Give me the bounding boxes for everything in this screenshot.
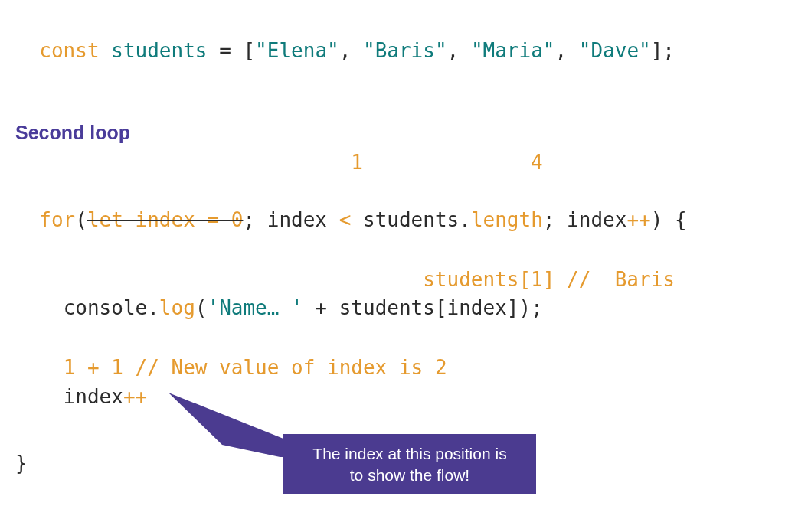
comma: , [339,39,363,62]
keyword-const: const [39,39,99,62]
value-index-1: 1 [351,151,363,174]
comma: , [447,39,471,62]
code-line-console-log: console.log('Name… ' + students[index]); [15,294,793,323]
code-line-for: for(let index = 0; index < students.leng… [15,177,793,234]
code-line-const-students: const students = ["Elena", "Baris", "Mar… [15,8,793,65]
annotation-text: 1 + 1 // New value of index is 2 [64,356,447,379]
indent [15,385,64,408]
annotation-text: students[1] // Baris [423,268,675,291]
operator-plusplus: ++ [626,208,650,231]
method-log: log [159,296,195,319]
section-heading-second-loop: Second loop [15,119,793,146]
console-dot: console. [64,296,159,319]
annotation-students-1-baris: students[1] // Baris [15,266,793,295]
semi-index2: ; index [543,208,627,231]
identifier-students: students [111,39,207,62]
pad [363,151,531,174]
string-dave: "Dave" [579,39,651,62]
string-elena: "Elena" [255,39,339,62]
text-students-dot: students. [351,208,471,231]
string-baris: "Baris" [363,39,447,62]
plus-students-index: + students[index]); [303,296,543,319]
paren-close-brace: ) { [651,208,687,231]
comma: , [554,39,578,62]
callout-line-2: to show the flow! [294,465,525,485]
value-length-4: 4 [531,151,543,174]
equals-bracket: = [ [207,39,255,62]
semi-index: ; index [243,208,339,231]
operator-lt: < [339,208,352,231]
operator-plusplus: ++ [123,385,147,408]
close-bracket-semi: ]; [651,39,675,62]
property-length: length [471,208,543,231]
space [100,39,112,62]
keyword-for: for [39,208,75,231]
code-line-close-brace: } [15,449,28,478]
pad [15,151,351,174]
indent [15,356,64,379]
code-line-index-plusplus: index++ [15,383,793,412]
annotation-index-and-length-values: 1 4 [15,149,793,178]
callout-region: The index at this position is to show th… [15,411,793,518]
annotation-new-value-of-index: 1 + 1 // New value of index is 2 [15,354,793,383]
struck-let-index-0: let index = 0 [87,208,244,231]
identifier-index: index [64,385,123,408]
paren-open: ( [195,296,208,319]
paren-open: ( [75,208,87,231]
svg-marker-0 [168,393,287,457]
callout-box: The index at this position is to show th… [283,434,536,494]
pad [15,268,423,291]
callout-line-1: The index at this position is [294,443,525,464]
string-maria: "Maria" [471,39,555,62]
indent [15,296,64,319]
string-name: 'Name… ' [207,296,303,319]
